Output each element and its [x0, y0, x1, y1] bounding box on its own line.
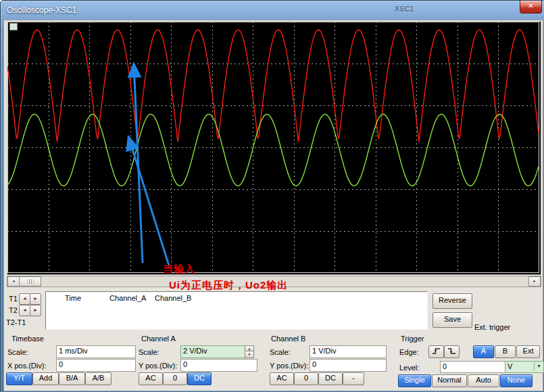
channel-a-ac-button[interactable]: AC	[139, 372, 163, 385]
trigger-title: Trigger	[401, 335, 424, 343]
timebase-add-button[interactable]: Add	[32, 372, 59, 385]
oscilloscope-window: Oscilloscope-XSC1 XSC1 ✕ ◄ ► T1 ◄ ► T2 ◄…	[0, 0, 544, 392]
rising-edge-icon	[432, 347, 441, 355]
trigger-none-button[interactable]: None	[500, 374, 533, 387]
unit-value: V	[508, 362, 512, 370]
thumb-grip-icon	[27, 279, 33, 284]
timebase-yt-button[interactable]: Y/T	[6, 372, 32, 385]
trigger-edge-label: Edge:	[399, 348, 419, 356]
channel-a-rectified-output	[7, 30, 539, 142]
channel-a-ypos-field[interactable]: 0	[180, 359, 257, 372]
left-arrow-icon: ◄	[22, 308, 27, 312]
timebase-xpos-label: X pos.(Div):	[7, 362, 46, 370]
timebase-title: Timebase	[11, 335, 44, 343]
scroll-right-button[interactable]: ►	[528, 276, 541, 287]
right-arrow-icon: ►	[33, 308, 38, 312]
trigger-source-a-button[interactable]: A	[473, 345, 494, 358]
window-title: Oscilloscope-XSC1	[7, 5, 76, 15]
falling-edge-icon	[447, 347, 456, 355]
t2-right-button[interactable]: ►	[30, 305, 41, 316]
channel-b-ypos-label: Y pos.(Div):	[270, 362, 308, 370]
channel-b-scale-field[interactable]: 1 V/Div	[310, 345, 387, 358]
channel-b-title: Channel B	[271, 335, 305, 343]
ext-trigger-label: Ext. trigger	[474, 323, 510, 331]
trigger-source-ext-button[interactable]: Ext	[516, 345, 540, 358]
timebase-xpos-field[interactable]: 0	[56, 359, 136, 372]
instrument-ghost-label: XSC1	[395, 5, 414, 13]
left-arrow-icon: ◄	[22, 296, 27, 301]
channel-b-ac-button[interactable]: AC	[270, 372, 294, 385]
channel-a-title: Channel A	[141, 335, 176, 343]
annotation-text-line1: 当输入	[163, 263, 195, 276]
trigger-level-label: Level:	[399, 364, 419, 372]
t1-label: T1	[9, 295, 18, 303]
right-arrow-icon: ►	[33, 296, 38, 301]
right-arrow-icon: ►	[533, 279, 537, 283]
channel-b-scale-label: Scale:	[270, 348, 291, 356]
column-channel-a: Channel_A	[109, 294, 146, 302]
channel-a-ypos-label: Y pos.(Div):	[139, 362, 177, 370]
waveform-display	[7, 22, 539, 273]
channel-a-scale-spinner[interactable]: ▲ ▼	[245, 345, 253, 357]
annotation-text-line2: Ui为正电压时，Uo2输出	[169, 279, 288, 292]
scroll-left-button[interactable]: ◄	[7, 276, 20, 287]
save-button[interactable]: Save	[432, 312, 472, 328]
channel-a-zero-button[interactable]: 0	[163, 372, 187, 385]
t1-left-button[interactable]: ◄	[19, 293, 30, 305]
trigger-auto-button[interactable]: Auto	[468, 374, 499, 387]
timebase-scale-label: Scale:	[7, 348, 28, 356]
trigger-rising-edge-button[interactable]	[428, 345, 444, 358]
channel-b-ypos-field[interactable]: 0	[310, 359, 387, 372]
column-channel-b: Channel_B	[155, 294, 191, 302]
timebase-ba-button[interactable]: B/A	[59, 372, 85, 385]
cursor-readout-list: Time Channel_A Channel_B	[45, 291, 428, 330]
reverse-button[interactable]: Reverse	[432, 293, 472, 309]
channel-b-dc-button[interactable]: DC	[318, 372, 343, 385]
timebase-scale-field[interactable]: 1 ms/Div	[56, 345, 136, 358]
down-arrow-icon: ▼	[248, 352, 251, 356]
t2-label: T2	[9, 306, 18, 314]
t2-t1-label: T2-T1	[6, 318, 26, 326]
trigger-single-button[interactable]: Single	[398, 374, 431, 387]
t2-left-button[interactable]: ◄	[19, 305, 30, 316]
channel-a-scale-label: Scale:	[139, 348, 159, 356]
scroll-thumb[interactable]	[19, 276, 41, 287]
trigger-source-b-button[interactable]: B	[495, 345, 516, 358]
scope-screen	[7, 21, 541, 275]
trigger-falling-edge-button[interactable]	[444, 345, 460, 358]
left-arrow-icon: ◄	[11, 279, 16, 283]
trigger-level-unit-select[interactable]: V ▼	[505, 361, 544, 373]
spinner-down-button[interactable]: ▼	[245, 351, 254, 358]
t1-cursor-flag[interactable]	[9, 23, 18, 30]
close-button[interactable]: ✕	[520, 1, 542, 14]
dropdown-arrow-icon: ▼	[534, 362, 543, 370]
t1-right-button[interactable]: ►	[30, 293, 41, 305]
channel-b-input-sine	[7, 114, 539, 186]
close-icon: ✕	[528, 2, 533, 9]
trigger-level-field[interactable]: 0	[440, 361, 508, 373]
channel-b-zero-button[interactable]: 0	[294, 372, 318, 385]
channel-a-dc-button[interactable]: DC	[187, 372, 212, 385]
column-time: Time	[65, 294, 81, 302]
channel-a-scale-field[interactable]: 2 V/Div	[180, 345, 250, 358]
timebase-ab-button[interactable]: A/B	[85, 372, 112, 385]
trigger-normal-button[interactable]: Normal	[432, 374, 467, 387]
channel-b-minus-button[interactable]: -	[343, 372, 364, 385]
